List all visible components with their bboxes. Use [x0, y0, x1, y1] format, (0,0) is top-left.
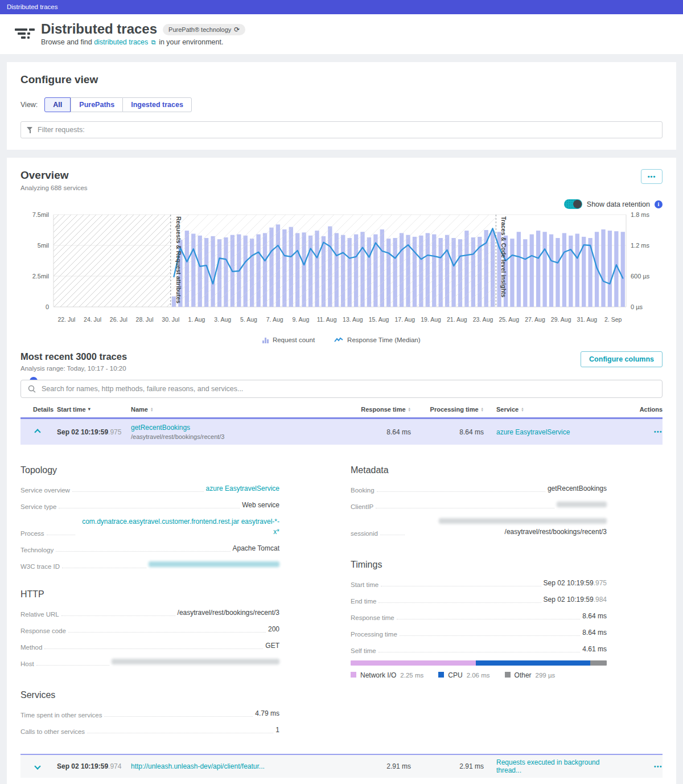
svg-text:23. Aug: 23. Aug [473, 316, 493, 323]
line-chart-icon [334, 337, 343, 343]
timing-breakdown-bar [351, 660, 607, 666]
svg-text:15. Aug: 15. Aug [369, 316, 389, 323]
recent-traces-title: Most recent 3000 traces [20, 351, 127, 362]
detail-row: Start timeSep 02 10:19:59.975 [351, 578, 607, 588]
service-link[interactable]: azure EasytravelService [496, 428, 570, 436]
table-header: Details Start time▾ Name▲▼ Response time… [20, 398, 663, 417]
leader-line [380, 535, 405, 535]
row-actions-button[interactable]: ••• [626, 429, 663, 435]
col-processing-time[interactable]: Processing time▲▼ [411, 406, 484, 413]
row-processing-time: 2.91 ms [411, 762, 484, 770]
col-name[interactable]: Name▲▼ [131, 406, 343, 413]
detail-row: Response time8.64 ms [351, 611, 607, 621]
redacted-value [149, 561, 279, 567]
purepath-badge: PurePath® technology ⟳ [163, 24, 245, 35]
timings-title: Timings [351, 560, 607, 570]
detail-value-link[interactable]: azure EasytravelService [206, 483, 279, 494]
detail-label: Booking [351, 487, 375, 494]
detail-value: 8.64 ms [582, 611, 607, 621]
leader-line [68, 632, 266, 633]
col-service[interactable]: Service▲▼ [484, 406, 626, 413]
detail-value: 200 [268, 624, 279, 634]
expanded-trace-row[interactable]: Sep 02 10:19:59.975 getRecentBookings /e… [20, 417, 663, 445]
distributed-traces-link[interactable]: distributed traces [94, 38, 148, 46]
trace-detail: Topology Service overviewazure Easytrave… [20, 445, 663, 755]
col-start-time[interactable]: Start time▾ [57, 406, 131, 413]
legend-swatch [505, 672, 511, 678]
view-tab-purepaths[interactable]: PurePaths [71, 97, 122, 112]
svg-text:2.5mil: 2.5mil [32, 273, 49, 280]
detail-value: /easytravel/rest/bookings/recent/3 [407, 516, 607, 537]
redacted-value [112, 659, 279, 664]
detail-value-link[interactable]: com.dynatrace.easytravel.customer.fronte… [77, 516, 279, 537]
view-label: View: [20, 101, 38, 109]
search-box[interactable] [20, 380, 663, 398]
detail-value: Web service [242, 500, 279, 510]
filter-requests-input[interactable] [38, 126, 656, 134]
leader-line [59, 508, 240, 508]
bar-chart-icon [262, 336, 269, 343]
detail-value: 4.79 ms [255, 708, 279, 719]
svg-text:1.8 ms: 1.8 ms [631, 211, 650, 218]
trace-name-link[interactable]: http://unleash.unleash-dev/api/client/fe… [131, 762, 265, 770]
leader-line [44, 648, 263, 649]
leader-line [62, 568, 146, 568]
col-response-time[interactable]: Response time▲▼ [343, 406, 411, 413]
detail-value: 8.64 ms [582, 627, 607, 638]
detail-row: Self time4.61 ms [351, 644, 607, 654]
row-actions-button[interactable]: ••• [626, 764, 663, 770]
detail-label: Processing time [351, 631, 397, 638]
svg-text:28. Jul: 28. Jul [136, 316, 154, 323]
legend-swatch [351, 672, 356, 678]
chevron-up-icon[interactable] [34, 429, 40, 435]
topbar-title: Distributed traces [7, 3, 57, 10]
detail-label: Self time [351, 647, 376, 654]
detail-row: Service overviewazure EasytravelService [20, 483, 279, 494]
detail-value: /easytravel/rest/bookings/recent/3 [178, 608, 279, 618]
trace-row[interactable]: Sep 02 10:19:59.974http://unleash.unleas… [20, 755, 663, 778]
detail-row: Processing time8.64 ms [351, 627, 607, 638]
detail-label: sessionid [351, 530, 378, 537]
trace-name-link[interactable]: getRecentBookings [131, 424, 190, 432]
trace-row[interactable]: Sep 02 10:19:59.973Check94 µs94 µsgrpc.h… [20, 778, 663, 784]
svg-text:19. Aug: 19. Aug [421, 316, 441, 323]
show-data-retention-toggle[interactable] [564, 199, 582, 209]
timing-segment-other [590, 660, 607, 666]
leader-line [378, 652, 581, 652]
detail-value [557, 500, 607, 510]
topology-panel: Topology Service overviewazure Easytrave… [20, 465, 279, 570]
detail-row: W3C trace ID [20, 560, 279, 570]
leader-line [72, 491, 204, 492]
trace-path: /easytravel/rest/bookings/recent/3 [131, 433, 343, 440]
overview-more-button[interactable]: ••• [641, 169, 663, 184]
service-link[interactable]: Requests executed in background thread..… [496, 758, 599, 774]
filter-requests-box[interactable] [20, 121, 663, 138]
info-icon[interactable]: i [655, 200, 663, 208]
svg-text:25. Aug: 25. Aug [499, 316, 519, 323]
detail-value: GET [265, 641, 279, 651]
detail-row: Response code200 [20, 624, 279, 634]
configure-columns-button[interactable]: Configure columns [581, 351, 663, 367]
row-response-time: 8.64 ms [343, 428, 411, 436]
page-title: Distributed traces [41, 22, 157, 36]
legend-response-time: Response Time (Median) [334, 336, 420, 343]
svg-text:29. Aug: 29. Aug [551, 316, 571, 323]
detail-row: Service typeWeb service [20, 500, 279, 510]
timing-legend-item: Network I/O2.25 ms [351, 671, 423, 679]
svg-text:21. Aug: 21. Aug [447, 316, 467, 323]
overview-card: Overview Analyzing 688 services ••• Show… [7, 158, 676, 784]
detail-label: Response code [20, 627, 66, 634]
view-tab-all[interactable]: All [44, 97, 71, 112]
row-start-time: Sep 02 10:19:59.974 [57, 762, 131, 770]
search-input[interactable] [42, 385, 655, 393]
purepath-badge-label: PurePath® technology [168, 26, 231, 33]
redacted-value [557, 502, 607, 507]
timing-segment-cpu [476, 660, 590, 666]
chevron-down-icon[interactable] [34, 763, 40, 769]
view-tab-ingested-traces[interactable]: Ingested traces [122, 97, 192, 112]
sort-icon: ▲▼ [521, 407, 524, 412]
svg-text:3. Aug: 3. Aug [214, 316, 231, 323]
timing-legend-item: CPU2.06 ms [438, 671, 489, 679]
leader-line [376, 508, 554, 508]
svg-text:600 µs: 600 µs [631, 273, 650, 280]
